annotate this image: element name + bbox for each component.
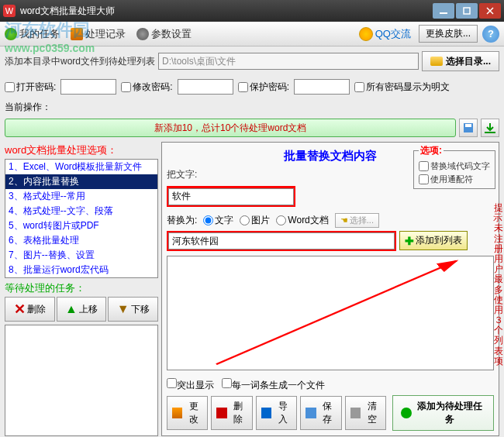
protect-pwd-input[interactable] <box>294 79 350 95</box>
maximize-button[interactable] <box>456 3 478 19</box>
import-icon <box>261 408 271 418</box>
modify-pwd-check[interactable]: 修改密码: <box>121 81 172 94</box>
highlight-check[interactable]: 突出显示 <box>167 378 214 392</box>
modify-pwd-input[interactable] <box>178 79 233 95</box>
option-item[interactable]: 3、格式处理--常用 <box>5 189 157 204</box>
opt1-label: 替换域代码文字 <box>430 160 490 172</box>
save-button[interactable]: 保存 <box>300 396 341 430</box>
main-toolbar: 我的任务 处理记录 参数设置 QQ交流 更换皮肤... ? <box>0 22 504 46</box>
opt-use-wildcard[interactable]: 使用通配符 <box>419 174 490 185</box>
svg-rect-5 <box>465 124 471 127</box>
waiting-task-list[interactable] <box>5 325 158 436</box>
options-header: word文档批量处理选项： <box>5 142 158 159</box>
select-file-label: 选择... <box>350 215 374 226</box>
save-icon-button[interactable] <box>459 119 478 137</box>
option-item[interactable]: 7、图片--替换、设置 <box>5 248 157 263</box>
app-icon: W <box>3 5 16 17</box>
opt-replace-field-code[interactable]: 替换域代码文字 <box>419 160 490 172</box>
options-box-title: 选项: <box>419 144 444 157</box>
main-area: word文档批量处理选项： 1、Excel、Word模板批量新文件2、内容批量替… <box>0 142 504 436</box>
highlight-label: 突出显示 <box>177 380 214 391</box>
dir-row: 添加本目录中word文件到待处理列表 选择目录... <box>0 46 504 76</box>
records-icon <box>71 28 83 40</box>
delete-task-button[interactable]: ✕删除 <box>5 297 55 322</box>
qq-icon <box>359 27 373 41</box>
bottom-buttons-row: 更改 删除 导入 保存 清空 添加为待处理任务 <box>167 395 494 431</box>
current-operation-label: 当前操作： <box>0 101 504 119</box>
replace-as-row: 替换为: 文字 图片 Word文档 ☚选择... <box>167 213 494 228</box>
settings-label: 参数设置 <box>151 27 192 41</box>
move-up-button[interactable]: ▲上移 <box>57 297 107 322</box>
minimize-button[interactable] <box>433 3 454 19</box>
find-label: 把文字: <box>167 168 197 181</box>
down-arrow-icon: ▼ <box>117 302 129 316</box>
protect-pwd-check[interactable]: 保护密码: <box>238 81 289 94</box>
titlebar: W word文档批量处理大师 <box>0 0 504 22</box>
find-text-input[interactable] <box>168 188 294 205</box>
edit-icon <box>172 408 182 418</box>
add-to-list-button[interactable]: ✚添加到列表 <box>399 231 468 250</box>
hand-icon: ☚ <box>340 215 348 225</box>
replace-list[interactable] <box>167 256 494 370</box>
option-item[interactable]: 2、内容批量替换 <box>5 174 157 189</box>
left-column: word文档批量处理选项： 1、Excel、Word模板批量新文件2、内容批量替… <box>5 142 158 436</box>
radio-word[interactable]: Word文档 <box>276 214 328 227</box>
perword-check[interactable]: 每一词条生成一个文件 <box>222 378 325 392</box>
radio-word-label: Word文档 <box>288 214 328 227</box>
radio-image-label: 图片 <box>251 214 270 227</box>
radio-text[interactable]: 文字 <box>203 214 233 227</box>
show-pwd-check[interactable]: 所有密码显示为明文 <box>354 81 450 94</box>
choose-dir-button[interactable]: 选择目录... <box>422 51 499 71</box>
gear-icon <box>136 28 149 40</box>
clear-button[interactable]: 清空 <box>345 396 386 430</box>
folder-icon <box>430 57 443 66</box>
option-item[interactable]: 4、格式处理--文字、段落 <box>5 204 157 218</box>
move-down-label: 下移 <box>131 303 150 316</box>
option-item[interactable]: 6、表格批量处理 <box>5 233 157 248</box>
save-label: 保存 <box>319 400 337 426</box>
delete-button[interactable]: 删除 <box>211 396 252 430</box>
help-button[interactable]: ? <box>482 26 499 43</box>
window-title: word文档批量处理大师 <box>20 5 433 18</box>
option-item[interactable]: 8、批量运行word宏代码 <box>5 263 157 277</box>
import-button[interactable]: 导入 <box>256 396 297 430</box>
skin-button[interactable]: 更换皮肤... <box>419 25 478 43</box>
option-item[interactable]: 5、word转图片或PDF <box>5 218 157 233</box>
move-down-button[interactable]: ▼下移 <box>108 297 158 322</box>
plus-icon: ✚ <box>405 235 414 247</box>
edit-button[interactable]: 更改 <box>167 396 208 430</box>
open-pwd-check[interactable]: 打开密码: <box>5 81 56 94</box>
records-tab[interactable]: 处理记录 <box>71 27 126 41</box>
radio-text-label: 文字 <box>215 214 233 227</box>
radio-image[interactable]: 图片 <box>240 214 270 227</box>
records-label: 处理记录 <box>85 27 126 41</box>
option-item[interactable]: 1、Excel、Word模板批量新文件 <box>5 160 157 174</box>
select-file-button[interactable]: ☚选择... <box>335 213 379 228</box>
delete-label: 删除 <box>230 400 247 426</box>
open-pwd-input[interactable] <box>60 79 116 95</box>
download-icon-button[interactable] <box>481 119 499 137</box>
opt2-label: 使用通配符 <box>430 174 473 185</box>
dir-path-input[interactable] <box>158 53 419 70</box>
close-button[interactable] <box>479 3 501 19</box>
options-box: 选项: 替换域代码文字 使用通配符 <box>413 144 495 189</box>
tasks-tab[interactable]: 我的任务 <box>5 27 60 41</box>
waiting-header: 等待处理的任务： <box>5 278 158 297</box>
disk-icon <box>306 408 316 418</box>
status-text: 新添加10，总计10个待处理word文档 <box>154 122 307 135</box>
password-row: 打开密码: 修改密码: 保护密码: 所有密码显示为明文 <box>0 76 504 101</box>
qq-button[interactable]: QQ交流 <box>359 27 411 41</box>
edit-label: 更改 <box>185 400 202 426</box>
trash-icon <box>216 408 226 418</box>
import-label: 导入 <box>274 400 292 426</box>
replace-label: 替换为: <box>167 214 197 227</box>
replace-text-input[interactable] <box>168 232 395 249</box>
modify-pwd-label: 修改密码: <box>133 81 172 94</box>
bottom-options-row: 突出显示 每一词条生成一个文件 <box>167 375 494 395</box>
clear-icon <box>350 408 361 418</box>
options-list[interactable]: 1、Excel、Word模板批量新文件2、内容批量替换3、格式处理--常用4、格… <box>5 159 158 278</box>
add-as-task-button[interactable]: 添加为待处理任务 <box>392 395 494 431</box>
settings-tab[interactable]: 参数设置 <box>136 27 192 41</box>
side-warning: 提示：未注册用户最多使用３个列表项 <box>493 201 504 368</box>
add-task-icon <box>401 408 411 418</box>
